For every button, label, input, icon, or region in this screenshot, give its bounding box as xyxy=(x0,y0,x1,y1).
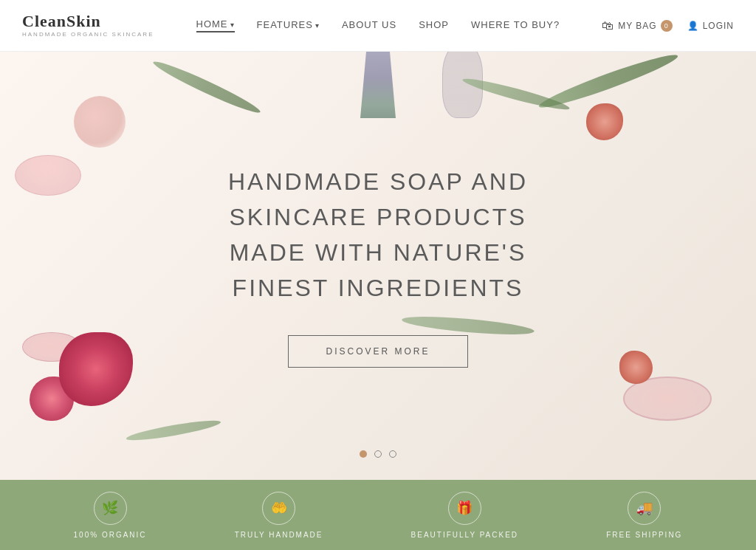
feature-shipping: 🚚 FREE SHIPPING xyxy=(606,492,682,539)
carousel-dot-1[interactable] xyxy=(360,450,367,458)
bag-label: MY BAG xyxy=(618,21,656,31)
features-bar: 🌿 100% ORGANIC 🤲 TRULY HANDMADE 🎁 BEAUTI… xyxy=(0,480,756,550)
nav-item-home[interactable]: HOME▾ xyxy=(196,18,235,32)
feature-handmade: 🤲 TRULY HANDMADE xyxy=(235,492,323,539)
user-icon: 👤 xyxy=(687,21,699,31)
main-nav: HOME▾ FEATURES▾ ABOUT US SHOP WHERE TO B… xyxy=(196,18,560,32)
feature-packed: 🎁 BEAUTIFULLY PACKED xyxy=(411,492,518,539)
gift-icon: 🎁 xyxy=(456,500,472,516)
nav-item-features[interactable]: FEATURES▾ xyxy=(257,19,320,32)
discover-more-button[interactable]: DISCOVER MORE xyxy=(288,335,467,368)
packed-label: BEAUTIFULLY PACKED xyxy=(411,531,518,539)
carousel-dot-2[interactable] xyxy=(374,450,382,458)
logo[interactable]: CleanSkin HANDMADE ORGANIC SKINCARE xyxy=(22,13,154,38)
truck-icon: 🚚 xyxy=(636,500,653,516)
leaf-icon: 🌿 xyxy=(102,500,118,516)
packed-icon-circle: 🎁 xyxy=(448,492,481,525)
site-header: CleanSkin HANDMADE ORGANIC SKINCARE HOME… xyxy=(0,0,756,52)
handmade-icon-circle: 🤲 xyxy=(262,492,295,525)
nav-item-where-to-buy[interactable]: WHERE TO BUY? xyxy=(471,19,560,32)
organic-icon-circle: 🌿 xyxy=(94,492,127,525)
hero-section: HANDMADE SOAP AND SKINCARE PRODUCTS MADE… xyxy=(0,52,756,480)
bag-icon: 🛍 xyxy=(602,19,614,32)
hero-content: HANDMADE SOAP AND SKINCARE PRODUCTS MADE… xyxy=(189,164,567,368)
carousel-dot-3[interactable] xyxy=(389,450,396,458)
logo-tagline: HANDMADE ORGANIC SKINCARE xyxy=(22,32,154,38)
login-label: LOGIN xyxy=(703,21,734,31)
shipping-label: FREE SHIPPING xyxy=(606,531,682,539)
bag-button[interactable]: 🛍 MY BAG 0 xyxy=(602,19,672,32)
shipping-icon-circle: 🚚 xyxy=(628,492,661,525)
feature-organic: 🌿 100% ORGANIC xyxy=(74,492,147,539)
nav-item-about[interactable]: ABOUT US xyxy=(342,19,396,32)
organic-label: 100% ORGANIC xyxy=(74,531,147,539)
hands-icon: 🤲 xyxy=(271,500,287,516)
bag-count: 0 xyxy=(661,20,673,32)
login-button[interactable]: 👤 LOGIN xyxy=(687,21,734,31)
hero-heading: HANDMADE SOAP AND SKINCARE PRODUCTS MADE… xyxy=(189,164,567,306)
carousel-dots xyxy=(360,450,396,458)
header-actions: 🛍 MY BAG 0 👤 LOGIN xyxy=(602,19,734,32)
logo-text: CleanSkin xyxy=(22,13,154,30)
nav-item-shop[interactable]: SHOP xyxy=(419,19,449,32)
handmade-label: TRULY HANDMADE xyxy=(235,531,323,539)
